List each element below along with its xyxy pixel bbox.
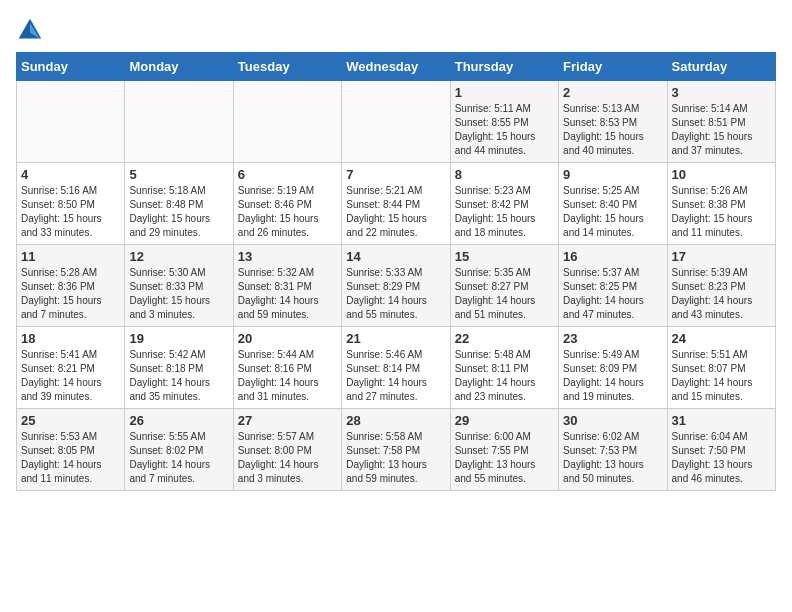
day-number: 25 bbox=[21, 413, 120, 428]
day-number: 29 bbox=[455, 413, 554, 428]
day-number: 7 bbox=[346, 167, 445, 182]
calendar-cell: 16Sunrise: 5:37 AMSunset: 8:25 PMDayligh… bbox=[559, 245, 667, 327]
day-info: Sunrise: 5:32 AMSunset: 8:31 PMDaylight:… bbox=[238, 266, 337, 322]
calendar-cell: 27Sunrise: 5:57 AMSunset: 8:00 PMDayligh… bbox=[233, 409, 341, 491]
calendar-cell bbox=[233, 81, 341, 163]
calendar-cell: 5Sunrise: 5:18 AMSunset: 8:48 PMDaylight… bbox=[125, 163, 233, 245]
day-number: 15 bbox=[455, 249, 554, 264]
day-info: Sunrise: 5:46 AMSunset: 8:14 PMDaylight:… bbox=[346, 348, 445, 404]
day-number: 18 bbox=[21, 331, 120, 346]
day-number: 5 bbox=[129, 167, 228, 182]
calendar-cell: 26Sunrise: 5:55 AMSunset: 8:02 PMDayligh… bbox=[125, 409, 233, 491]
day-info: Sunrise: 5:25 AMSunset: 8:40 PMDaylight:… bbox=[563, 184, 662, 240]
day-number: 4 bbox=[21, 167, 120, 182]
calendar-cell: 20Sunrise: 5:44 AMSunset: 8:16 PMDayligh… bbox=[233, 327, 341, 409]
day-info: Sunrise: 5:28 AMSunset: 8:36 PMDaylight:… bbox=[21, 266, 120, 322]
calendar-day-header: Tuesday bbox=[233, 53, 341, 81]
calendar-header-row: SundayMondayTuesdayWednesdayThursdayFrid… bbox=[17, 53, 776, 81]
calendar-cell: 4Sunrise: 5:16 AMSunset: 8:50 PMDaylight… bbox=[17, 163, 125, 245]
calendar-week-row: 25Sunrise: 5:53 AMSunset: 8:05 PMDayligh… bbox=[17, 409, 776, 491]
day-info: Sunrise: 5:18 AMSunset: 8:48 PMDaylight:… bbox=[129, 184, 228, 240]
calendar-cell bbox=[17, 81, 125, 163]
calendar-cell: 7Sunrise: 5:21 AMSunset: 8:44 PMDaylight… bbox=[342, 163, 450, 245]
calendar-day-header: Friday bbox=[559, 53, 667, 81]
day-number: 9 bbox=[563, 167, 662, 182]
day-number: 28 bbox=[346, 413, 445, 428]
calendar-cell: 22Sunrise: 5:48 AMSunset: 8:11 PMDayligh… bbox=[450, 327, 558, 409]
day-info: Sunrise: 5:13 AMSunset: 8:53 PMDaylight:… bbox=[563, 102, 662, 158]
day-number: 30 bbox=[563, 413, 662, 428]
day-number: 11 bbox=[21, 249, 120, 264]
day-info: Sunrise: 5:11 AMSunset: 8:55 PMDaylight:… bbox=[455, 102, 554, 158]
day-info: Sunrise: 5:30 AMSunset: 8:33 PMDaylight:… bbox=[129, 266, 228, 322]
day-info: Sunrise: 5:39 AMSunset: 8:23 PMDaylight:… bbox=[672, 266, 771, 322]
day-number: 21 bbox=[346, 331, 445, 346]
calendar-cell: 13Sunrise: 5:32 AMSunset: 8:31 PMDayligh… bbox=[233, 245, 341, 327]
calendar-day-header: Sunday bbox=[17, 53, 125, 81]
day-info: Sunrise: 6:04 AMSunset: 7:50 PMDaylight:… bbox=[672, 430, 771, 486]
calendar-day-header: Thursday bbox=[450, 53, 558, 81]
day-number: 13 bbox=[238, 249, 337, 264]
day-info: Sunrise: 5:37 AMSunset: 8:25 PMDaylight:… bbox=[563, 266, 662, 322]
day-info: Sunrise: 5:57 AMSunset: 8:00 PMDaylight:… bbox=[238, 430, 337, 486]
calendar-cell: 17Sunrise: 5:39 AMSunset: 8:23 PMDayligh… bbox=[667, 245, 775, 327]
day-number: 12 bbox=[129, 249, 228, 264]
day-number: 14 bbox=[346, 249, 445, 264]
day-info: Sunrise: 5:49 AMSunset: 8:09 PMDaylight:… bbox=[563, 348, 662, 404]
day-number: 31 bbox=[672, 413, 771, 428]
calendar-cell: 24Sunrise: 5:51 AMSunset: 8:07 PMDayligh… bbox=[667, 327, 775, 409]
calendar-cell: 6Sunrise: 5:19 AMSunset: 8:46 PMDaylight… bbox=[233, 163, 341, 245]
day-number: 2 bbox=[563, 85, 662, 100]
calendar-cell: 12Sunrise: 5:30 AMSunset: 8:33 PMDayligh… bbox=[125, 245, 233, 327]
calendar-cell: 19Sunrise: 5:42 AMSunset: 8:18 PMDayligh… bbox=[125, 327, 233, 409]
day-info: Sunrise: 5:51 AMSunset: 8:07 PMDaylight:… bbox=[672, 348, 771, 404]
day-number: 6 bbox=[238, 167, 337, 182]
day-number: 19 bbox=[129, 331, 228, 346]
day-info: Sunrise: 5:48 AMSunset: 8:11 PMDaylight:… bbox=[455, 348, 554, 404]
calendar-week-row: 11Sunrise: 5:28 AMSunset: 8:36 PMDayligh… bbox=[17, 245, 776, 327]
day-info: Sunrise: 5:33 AMSunset: 8:29 PMDaylight:… bbox=[346, 266, 445, 322]
calendar-cell: 9Sunrise: 5:25 AMSunset: 8:40 PMDaylight… bbox=[559, 163, 667, 245]
calendar-cell: 8Sunrise: 5:23 AMSunset: 8:42 PMDaylight… bbox=[450, 163, 558, 245]
calendar-cell: 28Sunrise: 5:58 AMSunset: 7:58 PMDayligh… bbox=[342, 409, 450, 491]
day-info: Sunrise: 5:55 AMSunset: 8:02 PMDaylight:… bbox=[129, 430, 228, 486]
calendar-cell: 23Sunrise: 5:49 AMSunset: 8:09 PMDayligh… bbox=[559, 327, 667, 409]
day-number: 3 bbox=[672, 85, 771, 100]
day-info: Sunrise: 5:35 AMSunset: 8:27 PMDaylight:… bbox=[455, 266, 554, 322]
calendar-cell: 18Sunrise: 5:41 AMSunset: 8:21 PMDayligh… bbox=[17, 327, 125, 409]
calendar-cell: 1Sunrise: 5:11 AMSunset: 8:55 PMDaylight… bbox=[450, 81, 558, 163]
calendar-day-header: Saturday bbox=[667, 53, 775, 81]
calendar-cell: 30Sunrise: 6:02 AMSunset: 7:53 PMDayligh… bbox=[559, 409, 667, 491]
day-info: Sunrise: 5:58 AMSunset: 7:58 PMDaylight:… bbox=[346, 430, 445, 486]
day-info: Sunrise: 5:53 AMSunset: 8:05 PMDaylight:… bbox=[21, 430, 120, 486]
day-info: Sunrise: 6:02 AMSunset: 7:53 PMDaylight:… bbox=[563, 430, 662, 486]
day-number: 23 bbox=[563, 331, 662, 346]
day-info: Sunrise: 5:23 AMSunset: 8:42 PMDaylight:… bbox=[455, 184, 554, 240]
calendar-cell: 15Sunrise: 5:35 AMSunset: 8:27 PMDayligh… bbox=[450, 245, 558, 327]
calendar-day-header: Monday bbox=[125, 53, 233, 81]
day-info: Sunrise: 5:16 AMSunset: 8:50 PMDaylight:… bbox=[21, 184, 120, 240]
calendar-cell: 11Sunrise: 5:28 AMSunset: 8:36 PMDayligh… bbox=[17, 245, 125, 327]
calendar-cell: 25Sunrise: 5:53 AMSunset: 8:05 PMDayligh… bbox=[17, 409, 125, 491]
calendar-week-row: 1Sunrise: 5:11 AMSunset: 8:55 PMDaylight… bbox=[17, 81, 776, 163]
day-info: Sunrise: 5:21 AMSunset: 8:44 PMDaylight:… bbox=[346, 184, 445, 240]
calendar-cell: 29Sunrise: 6:00 AMSunset: 7:55 PMDayligh… bbox=[450, 409, 558, 491]
calendar-cell: 14Sunrise: 5:33 AMSunset: 8:29 PMDayligh… bbox=[342, 245, 450, 327]
day-number: 16 bbox=[563, 249, 662, 264]
day-number: 24 bbox=[672, 331, 771, 346]
calendar-cell bbox=[125, 81, 233, 163]
calendar-day-header: Wednesday bbox=[342, 53, 450, 81]
calendar-cell: 3Sunrise: 5:14 AMSunset: 8:51 PMDaylight… bbox=[667, 81, 775, 163]
calendar-cell: 2Sunrise: 5:13 AMSunset: 8:53 PMDaylight… bbox=[559, 81, 667, 163]
calendar-week-row: 4Sunrise: 5:16 AMSunset: 8:50 PMDaylight… bbox=[17, 163, 776, 245]
calendar-week-row: 18Sunrise: 5:41 AMSunset: 8:21 PMDayligh… bbox=[17, 327, 776, 409]
day-number: 20 bbox=[238, 331, 337, 346]
logo-icon bbox=[16, 16, 44, 44]
calendar-cell: 21Sunrise: 5:46 AMSunset: 8:14 PMDayligh… bbox=[342, 327, 450, 409]
page-header bbox=[16, 16, 776, 44]
day-number: 10 bbox=[672, 167, 771, 182]
day-number: 1 bbox=[455, 85, 554, 100]
day-number: 22 bbox=[455, 331, 554, 346]
calendar-cell bbox=[342, 81, 450, 163]
day-info: Sunrise: 5:14 AMSunset: 8:51 PMDaylight:… bbox=[672, 102, 771, 158]
